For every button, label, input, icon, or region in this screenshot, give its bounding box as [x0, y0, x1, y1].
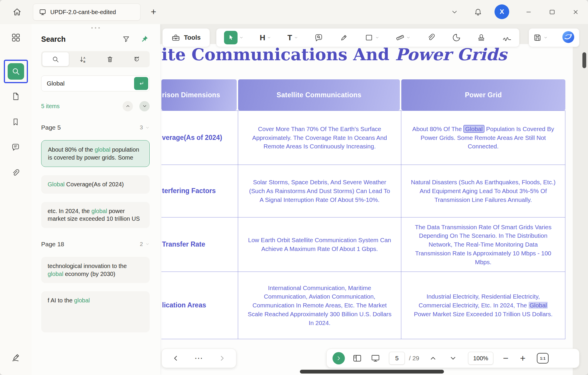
search-result-item[interactable]: technological innovation to the global e… — [41, 257, 150, 283]
tools-button[interactable]: Tools — [162, 28, 210, 47]
text-segment: verage(As of 2024) — [162, 133, 222, 143]
comments-icon[interactable] — [11, 143, 21, 152]
next-page-button[interactable] — [449, 354, 457, 362]
chevron-down-icon — [142, 103, 147, 109]
text-segment: lication Areas — [162, 300, 206, 310]
presentation-button[interactable] — [371, 354, 380, 363]
save-tool[interactable] — [533, 33, 548, 42]
table-power-cell: The Data Transmission Rate Of Smart Grid… — [401, 217, 565, 272]
text-segment: The Data Transmission Rate Of Smart Grid… — [415, 224, 551, 265]
panel-drag-handle[interactable] — [41, 24, 150, 31]
monitor-icon — [39, 9, 46, 16]
result-group-count: 3 — [140, 124, 143, 131]
search-result-item[interactable]: About 80% of the global population is co… — [41, 140, 150, 167]
heading-tool[interactable]: H — [260, 33, 271, 42]
result-group: Page 53About 80% of the global populatio… — [41, 123, 150, 228]
tab-title: UPDF-2.0-cant-be-edited — [50, 9, 116, 16]
table-satellite-cell: International Communication, Maritime Co… — [238, 272, 401, 339]
search-mode-search[interactable] — [42, 52, 69, 66]
user-avatar[interactable]: X — [495, 4, 509, 19]
search-mode-replace[interactable] — [123, 51, 150, 67]
shape-tool[interactable] — [365, 33, 379, 42]
new-tab-button[interactable]: + — [147, 4, 160, 19]
chevron-down-icon — [294, 36, 298, 40]
select-tool[interactable] — [224, 31, 243, 44]
trash-icon — [106, 56, 114, 63]
maximize-icon — [548, 8, 556, 16]
chevron-down-icon — [145, 242, 150, 246]
view-controls-pill: 5 / 29 100% − + 1:1 — [326, 349, 579, 368]
sort-icon: AB — [79, 56, 87, 63]
next-result-button[interactable] — [139, 101, 150, 111]
signature-tool[interactable] — [502, 33, 512, 42]
result-group-page: Page 5 — [41, 124, 140, 131]
attachment-tool[interactable] — [427, 33, 435, 42]
cursor-icon — [224, 31, 238, 44]
highlighted-match: global — [48, 271, 63, 277]
text-segment: Industrial Electricity, Residential Elec… — [419, 293, 540, 309]
horizontal-scrollbar[interactable] — [300, 370, 444, 374]
attachments-icon[interactable] — [11, 169, 21, 178]
table-satellite-cell: Cover More Than 70% Of The Earth's Surfa… — [238, 111, 401, 165]
search-mode-sort[interactable]: AB — [70, 51, 96, 67]
table-dimension-cell: Transfer Rate — [161, 217, 238, 272]
search-mode-clear[interactable] — [97, 51, 123, 67]
highlighted-match: Global — [529, 302, 548, 309]
vertical-scrollbar[interactable] — [582, 52, 586, 68]
chevron-down-icon — [449, 354, 457, 362]
stamp-tool[interactable] — [477, 33, 486, 42]
result-group-header[interactable]: Page 53 — [41, 123, 150, 132]
comment-tool[interactable] — [314, 33, 323, 42]
search-icon — [8, 63, 24, 80]
ai-assistant-button[interactable] — [562, 30, 575, 45]
search-result-item[interactable]: etc. In 2024, the global power market si… — [41, 202, 150, 228]
page-total: / 29 — [409, 355, 419, 362]
sticker-tool[interactable] — [452, 33, 461, 42]
text-tool[interactable]: T — [288, 33, 298, 42]
zoom-level[interactable]: 100% — [468, 352, 493, 365]
pin-button[interactable] — [139, 34, 150, 44]
search-submit-button[interactable] — [134, 77, 148, 90]
text-segment: technological innovation to the — [48, 263, 127, 269]
pen-tool[interactable] — [340, 33, 348, 42]
zoom-in-button[interactable]: + — [517, 352, 528, 365]
back-button[interactable] — [172, 354, 180, 362]
home-button[interactable] — [10, 5, 24, 19]
bookmark-icon[interactable] — [11, 118, 21, 127]
search-sidebar-selected[interactable] — [4, 60, 28, 83]
search-result-item[interactable]: f AI to the global — [41, 291, 150, 332]
save-ai-group — [529, 28, 579, 47]
tool-group: H T — [216, 28, 519, 47]
close-button[interactable] — [568, 4, 583, 20]
measure-tool[interactable] — [396, 33, 410, 42]
page-number-input[interactable]: 5 — [389, 352, 405, 365]
thumbnail-view-button[interactable] — [353, 354, 362, 363]
minimize-button[interactable] — [521, 4, 536, 20]
text-segment: About 80% of the — [48, 146, 95, 153]
result-group-header[interactable]: Page 182 — [41, 240, 150, 249]
cell-text: Cover More Than 70% Of The Earth's Surfa… — [247, 125, 392, 151]
actual-size-button[interactable]: 1:1 — [537, 353, 549, 364]
document-tab[interactable]: UPDF-2.0-cant-be-edited — [33, 4, 141, 21]
text-segment: Transfer Rate — [162, 240, 205, 249]
filter-icon — [122, 35, 130, 43]
cell-text: Natural Disasters (Such As Earthquakes, … — [410, 178, 556, 204]
pages-thumbnail-icon[interactable] — [11, 92, 21, 101]
toolbox-icon — [171, 33, 180, 42]
window-dropdown-button[interactable] — [447, 4, 462, 20]
maximize-button[interactable] — [544, 4, 560, 20]
previous-result-button[interactable] — [123, 101, 133, 111]
stamp-icon — [477, 33, 486, 42]
text-segment: About 80% Of The — [412, 125, 463, 132]
search-result-item[interactable]: Global Coverage(As of 2024) — [41, 175, 150, 194]
expand-panel-button[interactable] — [333, 352, 345, 364]
apps-grid-icon[interactable] — [11, 33, 21, 42]
search-input[interactable] — [41, 76, 150, 91]
notifications-button[interactable] — [470, 4, 486, 20]
zoom-out-button[interactable]: − — [500, 352, 511, 365]
pen-draw-icon[interactable] — [11, 353, 21, 362]
previous-page-button[interactable] — [429, 354, 437, 362]
tools-label: Tools — [184, 34, 201, 41]
filter-button[interactable] — [121, 34, 131, 44]
forward-button[interactable] — [218, 354, 226, 362]
